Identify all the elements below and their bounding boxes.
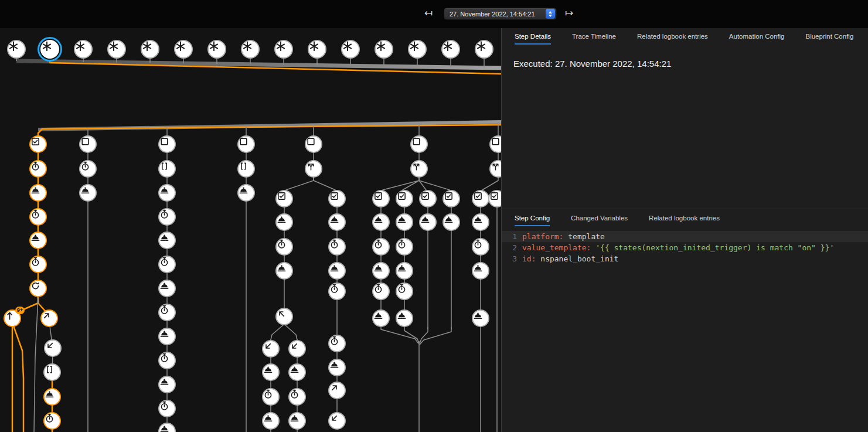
trace-node-square[interactable] <box>410 135 428 153</box>
trace-node-service-bell[interactable] <box>262 363 280 381</box>
trace-node-asterisk[interactable] <box>174 40 193 59</box>
trace-graph-pane[interactable]: 9+ <box>0 28 501 432</box>
run-select[interactable]: 27. November 2022, 14:54:21 <box>444 8 557 20</box>
trace-node-asterisk[interactable] <box>241 40 260 59</box>
trace-node-asterisk[interactable] <box>441 40 460 59</box>
trace-node-arrow-ne[interactable] <box>328 382 346 399</box>
trace-node-asterisk[interactable] <box>375 40 393 59</box>
trace-node-checkbox[interactable] <box>472 190 489 208</box>
trace-node-service-bell[interactable] <box>158 232 176 249</box>
trace-node-service-bell[interactable] <box>372 213 390 231</box>
trace-node-service-bell[interactable] <box>237 184 255 202</box>
trace-node-asterisk[interactable] <box>475 40 493 59</box>
trace-node-asterisk[interactable] <box>141 40 159 59</box>
trace-node-timer[interactable] <box>328 283 346 300</box>
trace-node-service-bell[interactable] <box>29 184 47 202</box>
trace-node-timer[interactable] <box>29 208 47 226</box>
code-line[interactable]: 3id: nspanel_boot_init <box>502 253 868 264</box>
trace-node-asterisk[interactable] <box>207 40 226 59</box>
trace-node-arrow-sw[interactable] <box>328 412 346 430</box>
trace-node-arrow-sw[interactable] <box>44 339 62 357</box>
trace-node-timer[interactable] <box>158 208 176 226</box>
tab-step-config[interactable]: Step Config <box>515 209 550 226</box>
trace-node-asterisk[interactable] <box>408 40 427 59</box>
trace-node-timer[interactable] <box>158 352 176 369</box>
trace-node-timer[interactable] <box>372 238 390 256</box>
previous-run-icon[interactable]: ↤ <box>424 6 433 21</box>
step-config-editor[interactable]: 1platform: template2value_template: '{{ … <box>502 226 868 432</box>
trace-node-arrow-sw[interactable] <box>262 340 280 358</box>
trace-node-service-bell[interactable] <box>262 412 280 430</box>
trace-node-timer[interactable] <box>43 412 61 430</box>
trace-node-checkbox[interactable] <box>488 190 501 208</box>
tab-step-details[interactable]: Step Details <box>515 28 551 45</box>
trace-node-square[interactable] <box>79 135 97 153</box>
trace-node-service-bell[interactable] <box>372 309 390 327</box>
code-line[interactable]: 1platform: template <box>502 231 868 242</box>
trace-node-checkbox[interactable] <box>442 190 460 208</box>
trace-node-asterisk[interactable] <box>40 40 59 59</box>
tab-related-logbook-entries[interactable]: Related logbook entries <box>637 28 708 45</box>
trace-node-arrow-up[interactable]: 9+ <box>4 309 21 327</box>
trace-node-service-bell[interactable] <box>396 213 413 231</box>
trace-node-service-bell[interactable] <box>328 359 346 376</box>
trace-node-service-bell[interactable] <box>275 213 293 231</box>
trace-node-timer[interactable] <box>396 238 413 256</box>
trace-node-timer[interactable] <box>472 238 489 256</box>
trace-node-timer[interactable] <box>262 388 280 406</box>
trace-node-arrow-nw[interactable] <box>275 308 293 325</box>
code-line[interactable]: 2value_template: '{{ states(nextion_init… <box>502 242 868 253</box>
trace-node-service-bell[interactable] <box>328 213 346 231</box>
trace-node-square[interactable] <box>237 135 255 153</box>
trace-node-asterisk[interactable] <box>274 40 293 59</box>
trace-node-brackets[interactable] <box>43 363 61 381</box>
trace-node-brackets[interactable] <box>158 160 176 178</box>
trace-node-call-split[interactable] <box>305 160 322 178</box>
trace-node-timer[interactable] <box>29 256 47 273</box>
trace-node-arrow-ne[interactable] <box>40 309 58 327</box>
trace-node-repeat[interactable] <box>29 280 47 297</box>
tab-trace-timeline[interactable]: Trace Timeline <box>572 28 616 45</box>
trace-node-checkbox[interactable] <box>372 190 390 208</box>
trace-node-service-bell[interactable] <box>158 184 176 202</box>
trace-node-timer[interactable] <box>288 388 306 406</box>
trace-node-checkbox[interactable] <box>419 190 437 208</box>
trace-node-service-bell[interactable] <box>275 262 293 280</box>
trace-node-service-bell[interactable] <box>419 213 437 231</box>
trace-node-timer[interactable] <box>79 160 97 178</box>
trace-node-timer[interactable] <box>275 238 293 256</box>
trace-node-checkbox[interactable] <box>328 190 346 208</box>
trace-node-asterisk[interactable] <box>74 40 93 59</box>
tab-automation-config[interactable]: Automation Config <box>729 28 785 45</box>
trace-node-asterisk[interactable] <box>107 40 126 59</box>
trace-node-service-bell[interactable] <box>328 262 346 280</box>
trace-node-checkbox[interactable] <box>29 135 47 153</box>
trace-node-timer[interactable] <box>29 160 47 178</box>
trace-node-arrow-sw[interactable] <box>288 340 306 358</box>
trace-node-timer[interactable] <box>372 283 390 300</box>
trace-node-service-bell[interactable] <box>158 376 176 393</box>
trace-node-timer[interactable] <box>396 283 413 300</box>
tab-blueprint-config[interactable]: Blueprint Config <box>805 28 853 45</box>
trace-node-service-bell[interactable] <box>158 280 176 297</box>
trace-node-service-bell[interactable] <box>158 328 176 345</box>
trace-node-square[interactable] <box>305 135 322 153</box>
tab-related-logbook-entries[interactable]: Related logbook entries <box>649 209 720 226</box>
trace-node-timer[interactable] <box>158 304 176 321</box>
trace-node-timer[interactable] <box>158 400 176 417</box>
trace-node-service-bell[interactable] <box>472 309 489 327</box>
trace-node-service-bell[interactable] <box>372 262 390 280</box>
trace-node-call-split[interactable] <box>410 160 428 178</box>
trace-node-service-bell[interactable] <box>79 184 97 202</box>
trace-node-service-bell[interactable] <box>472 262 489 280</box>
next-run-icon[interactable]: ↦ <box>565 6 573 21</box>
trace-node-asterisk[interactable] <box>341 40 360 59</box>
trace-node-timer[interactable] <box>328 238 346 256</box>
trace-node-asterisk[interactable] <box>7 40 26 59</box>
trace-node-checkbox[interactable] <box>396 190 413 208</box>
trace-node-service-bell[interactable] <box>396 262 413 280</box>
trace-node-asterisk[interactable] <box>308 40 326 59</box>
trace-node-service-bell[interactable] <box>396 309 413 327</box>
trace-node-service-bell[interactable] <box>442 213 460 231</box>
trace-node-service-bell[interactable] <box>29 232 47 249</box>
